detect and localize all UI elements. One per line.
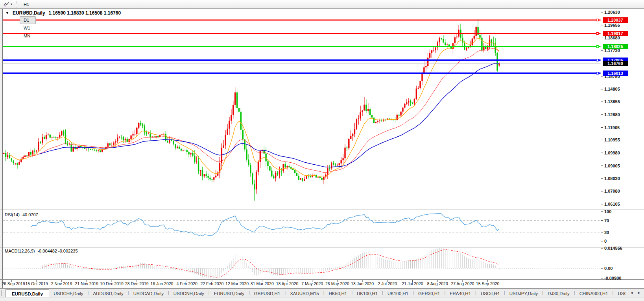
tabbar-grip <box>1 290 3 296</box>
chart-tab-uk100-h1[interactable]: UK100,H1 <box>352 289 382 297</box>
chart-tabs: EURUSD,DailyUSDCHF,Daily|AUDUSD,Daily|US… <box>6 289 626 297</box>
price-axis-tick: 1.08030 <box>604 176 620 181</box>
macd-axis-tick: 0.00 <box>604 266 613 271</box>
macd-name: MACD(12,26,9) <box>5 249 35 253</box>
price-axis-tick: 1.09980 <box>604 150 620 155</box>
rsi-axis-tick: 30 <box>604 230 609 235</box>
tab-scroll-buttons: ◄ ► <box>630 290 641 295</box>
drawing-tool-button[interactable]: ▾ <box>2 2 14 7</box>
rsi-name: RSI(14) <box>5 212 20 217</box>
chart-tab-usdjpy-daily[interactable]: USDJPY,Daily <box>505 289 543 297</box>
toolbar: ▾ M1M5M15M30H1H4D1W1MN <box>0 0 644 9</box>
chart-window <box>2 9 644 288</box>
chart-tab-uk100-h1[interactable]: UK100,H1 <box>383 289 413 297</box>
chart-tab-bar: EURUSD,DailyUSDCHF,Daily|AUDUSD,Daily|US… <box>0 288 644 297</box>
toolbar-grip[interactable] <box>16 1 17 7</box>
price-axis-tick: 1.11905 <box>604 125 620 130</box>
chart-tab-ger30-h1[interactable]: GER30,H1 <box>414 289 445 297</box>
chart-tab-xauusd-m15[interactable]: XAUUSD,M15 <box>286 289 323 297</box>
price-scale-label-1.16013: 1.16013 <box>603 71 628 76</box>
price-scale-label-1.20037: 1.20037 <box>603 17 628 23</box>
chart-tab-eurusd-daily[interactable]: EURUSD,Daily <box>6 289 49 297</box>
status-strip <box>0 297 644 301</box>
price-axis-tick: 1.14805 <box>604 87 620 91</box>
timeframe-button-h1[interactable]: H1 <box>20 0 36 8</box>
chart-tab-usdchf-daily[interactable]: USDCHF,Daily <box>49 289 87 297</box>
collapse-chart-icon[interactable]: ▼ <box>6 11 9 15</box>
macd-values: -0.004482 -0.002235 <box>37 249 78 253</box>
price-axis-tick: 1.19655 <box>604 23 620 28</box>
tabs-scroll-right-icon[interactable]: ► <box>637 290 641 295</box>
timeframe-button-d1[interactable]: D1 <box>20 16 36 24</box>
tabs-scroll-left-icon[interactable]: ◄ <box>630 290 633 295</box>
timeframe-toolbar: M1M5M15M30H1H4D1W1MN <box>19 0 37 40</box>
macd-axis-tick: -0.00900 <box>604 276 621 281</box>
price-axis-tick: 1.09005 <box>604 164 620 168</box>
macd-axis-tick: 0.014556 <box>604 246 622 251</box>
chart-tab-usoil-h[interactable]: USOil,H <box>613 289 626 297</box>
line-studies-icon <box>4 2 9 7</box>
rsi-axis-tick: 100 <box>604 209 611 214</box>
timeframe-button-mn[interactable]: MN <box>20 32 36 40</box>
price-axis-tick: 1.12880 <box>604 112 620 117</box>
price-axis-tick: 1.10955 <box>604 137 620 142</box>
rsi-panel-label: RSI(14) 40.0707 <box>5 212 38 217</box>
chart-tab-usdcad-daily[interactable]: USDCAD,Daily <box>129 289 168 297</box>
timeframe-button-h4[interactable]: H4 <box>20 8 36 16</box>
rsi-axis-tick: 0 <box>604 239 607 243</box>
date-axis-label: 15 Sep 2020 <box>471 281 504 286</box>
chart-tab-gbpusd-h1[interactable]: GBPUSD,H1 <box>250 289 284 297</box>
price-scale-label-1.16760: 1.16760 <box>603 61 628 66</box>
timeframe-button-w1[interactable]: W1 <box>20 24 36 32</box>
chart-tab-audusd-daily[interactable]: AUDUSD,Daily <box>89 289 127 297</box>
chart-tab-usoil-h4[interactable]: USOil,H4 <box>476 289 504 297</box>
macd-panel-label: MACD(12,26,9) -0.004482 -0.002235 <box>5 249 78 253</box>
chart-tab-eurusd-daily[interactable]: EURUSD,Daily <box>210 289 249 297</box>
price-axis-tick: 1.13855 <box>604 99 620 104</box>
price-axis-tick: 1.18680 <box>604 35 620 40</box>
chart-tab-usdcnh-daily[interactable]: USDCNH,Daily <box>169 289 209 297</box>
chart-ohlc-values: 1.16590 1.16830 1.16508 1.16760 <box>49 10 121 16</box>
price-axis-tick: 1.06105 <box>604 202 620 206</box>
price-scale-label-1.19017: 1.19017 <box>603 31 628 36</box>
price-axis-tick: 1.20630 <box>604 10 620 15</box>
chart-tab-china300-h1[interactable]: CHINA300,H1 <box>575 289 613 297</box>
rsi-value: 40.0707 <box>22 212 38 217</box>
chart-tab-dj30-daily[interactable]: DJ30,Daily <box>543 289 574 297</box>
chart-tab-fra40-h1[interactable]: FRA40,H1 <box>445 289 475 297</box>
price-scale-label-1.18025: 1.18025 <box>603 44 628 49</box>
rsi-axis-tick: 70 <box>604 218 609 223</box>
tool-dropdown-caret-icon[interactable]: ▾ <box>11 3 12 6</box>
chart-tab-hk50-h1[interactable]: HK50,H1 <box>325 289 352 297</box>
price-axis-tick: 1.07080 <box>604 189 620 193</box>
